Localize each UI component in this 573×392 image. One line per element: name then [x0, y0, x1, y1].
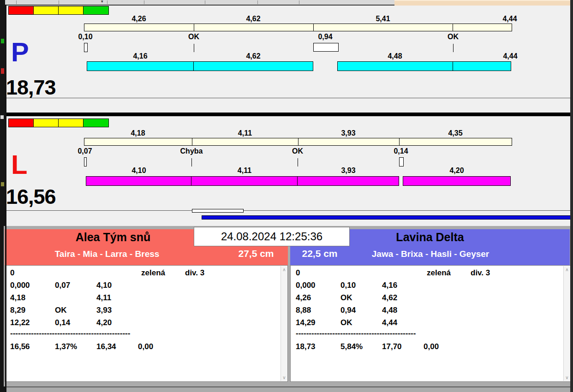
- run-number: 0: [296, 268, 300, 278]
- scroll-up-icon[interactable]: ∧: [281, 267, 287, 272]
- team-dogs-list: Jawa - Brixa - Hasli - Geyser: [372, 249, 489, 259]
- dog-run-bar: [191, 176, 298, 186]
- team-name: Lavina Delta: [396, 231, 464, 244]
- app-window: ▾ 4,264,625,414,440,104,16OK4,620,944,48…: [0, 0, 573, 392]
- lane-total-time-L: 16,56: [6, 186, 56, 208]
- split-time-label: 4,18: [131, 129, 145, 137]
- table-separator: ----------------------------------------…: [296, 330, 416, 337]
- lane-P-baseline: [6, 98, 570, 98]
- table-scrollbar[interactable]: ∧ ∨: [563, 266, 570, 381]
- run-table-cell: 0,07: [55, 281, 70, 290]
- status-indicator-box: [58, 119, 84, 127]
- division-label: div. 3: [471, 268, 490, 278]
- split-time-label: 4,11: [238, 129, 252, 137]
- split-time-label: 3,93: [341, 129, 355, 137]
- run-time-label: 4,20: [449, 166, 464, 174]
- lane-divider-bar: [6, 113, 570, 116]
- division-label: div. 3: [185, 268, 204, 278]
- team-result-table-left: 0 zelená div. 3 ------------------------…: [5, 265, 288, 382]
- run-table-cell: 4,11: [96, 293, 111, 303]
- crossing-time-box: [84, 157, 87, 166]
- run-table-cell: 0,10: [340, 281, 356, 290]
- run-table-cell: 8,29: [10, 306, 25, 315]
- run-table-cell: 4,20: [96, 318, 112, 327]
- run-table-cell: 3,93: [96, 306, 112, 315]
- split-divider: [399, 138, 400, 145]
- window-right-border: [570, 0, 573, 392]
- team-name: Alea Tým snů: [76, 231, 151, 244]
- run-table-cell: 8,88: [296, 306, 311, 315]
- dog-run-bar: [86, 176, 191, 186]
- light-status: zelená: [141, 268, 165, 278]
- run-table-cell: 0,000: [10, 281, 30, 290]
- total-time: 18,73: [296, 342, 316, 351]
- run-table-cell: 0,000: [296, 281, 316, 290]
- lane-L-baseline: [6, 210, 570, 211]
- crossing-ok-tick: [191, 158, 192, 166]
- table-separator: ----------------------------------------…: [10, 330, 130, 337]
- scroll-up-icon[interactable]: ∧: [564, 267, 570, 272]
- lane-letter-P: P: [11, 40, 29, 65]
- team-result-table-right: 0 zelená div. 3 ------------------------…: [290, 265, 571, 382]
- split-divider: [192, 138, 192, 145]
- total-percent: 1,37%: [55, 342, 77, 351]
- crossing-label: OK: [292, 147, 303, 155]
- run-number: 0: [10, 268, 14, 278]
- status-indicator-box: [8, 119, 34, 127]
- table-scrollbar[interactable]: ∧ ∨: [281, 266, 287, 381]
- dog-run-bar: [297, 176, 399, 186]
- split-divider: [298, 138, 298, 145]
- total-percent: 5,84%: [340, 342, 363, 351]
- run-table-cell: 4,62: [382, 293, 397, 303]
- scroll-down-icon[interactable]: ∨: [281, 375, 287, 380]
- team-dogs-list: Taira - Mia - Larra - Bress: [55, 249, 160, 259]
- jump-height-label: 27,5 cm: [238, 248, 274, 259]
- run-table-cell: 4,18: [10, 293, 25, 303]
- crossing-label: 0,07: [78, 147, 92, 155]
- status-indicator-box: [83, 119, 109, 127]
- lane-total-time-P: 18,73: [6, 77, 56, 98]
- run-table-cell: OK: [340, 318, 352, 327]
- lane-letter-L: L: [11, 152, 27, 177]
- crossing-time-box: [399, 157, 404, 166]
- crossing-ok-tick: [298, 158, 298, 166]
- run-table-cell: 4,26: [296, 293, 311, 303]
- scroll-down-icon[interactable]: ∨: [564, 375, 570, 380]
- run-time-label: 3,93: [341, 166, 355, 174]
- run-table-cell: 4,44: [382, 318, 397, 327]
- dog-run-bar: [403, 176, 511, 186]
- run-table-cell: 4,48: [382, 306, 397, 315]
- total-penalty: 0,00: [138, 342, 153, 351]
- run-table-cell: 12,22: [10, 318, 30, 327]
- race-progress-bar: [202, 215, 571, 220]
- timeline-marker-box: [192, 209, 244, 213]
- jump-height-label: 22,5 cm: [302, 248, 337, 259]
- crossing-label: Chyba: [180, 147, 203, 155]
- run-time-label: 4,10: [131, 166, 146, 174]
- total-corrected: 17,70: [382, 342, 402, 351]
- run-table-cell: 0,94: [340, 306, 356, 315]
- total-corrected: 16,34: [96, 342, 116, 351]
- window-bottom-chrome: [5, 386, 570, 392]
- window-left-border: [5, 5, 6, 392]
- run-table-cell: 0,14: [55, 318, 70, 327]
- split-time-label: 4,35: [448, 129, 462, 137]
- run-table-cell: OK: [340, 293, 352, 303]
- light-status: zelená: [427, 268, 451, 278]
- status-indicator-box: [33, 119, 59, 127]
- split-track: [84, 138, 512, 146]
- run-table-cell: 14,29: [296, 318, 316, 327]
- run-table-cell: OK: [55, 306, 67, 315]
- run-time-label: 4,11: [238, 166, 251, 174]
- run-table-cell: 4,16: [382, 281, 397, 290]
- total-penalty: 0,00: [424, 342, 439, 351]
- run-table-cell: 4,10: [96, 281, 112, 290]
- datetime-display: 24.08.2024 12:25:36: [194, 227, 350, 246]
- total-time: 16,56: [10, 342, 30, 351]
- crossing-label: 0,14: [394, 147, 408, 155]
